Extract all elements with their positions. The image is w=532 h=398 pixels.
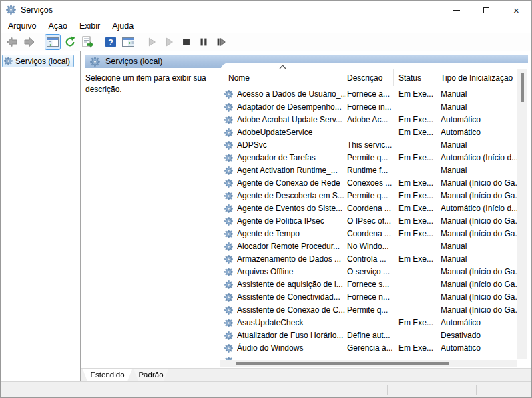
service-description: Fornece s... (347, 278, 397, 291)
table-row[interactable]: Alocador Remote Procedur...No Windo...Ma… (220, 240, 517, 253)
table-row[interactable]: Agendador de TarefasPermite q...Em Exe..… (220, 152, 517, 164)
table-row[interactable]: Agente de Política IPsecO IPsec of...Em … (220, 215, 517, 228)
table-row[interactable]: Assistente de Conectividad...Fornece n..… (220, 291, 517, 304)
table-row[interactable]: AdobeUpdateServiceEm Exe...Automático (220, 126, 517, 139)
menu-item[interactable]: Arquivo (2, 19, 42, 33)
resume-service-icon (163, 36, 175, 48)
service-gear-icon (224, 103, 233, 112)
service-status: Em Exe... (398, 253, 439, 266)
start-service-button[interactable] (144, 34, 160, 50)
table-row[interactable]: Áudio do WindowsGerencia á...Em Exe...Au… (220, 342, 517, 355)
table-row[interactable]: Adobe Acrobat Update Serv...Adobe Ac...E… (220, 114, 517, 126)
service-description: Fornece in... (347, 101, 397, 114)
service-status: Em Exe... (398, 177, 439, 190)
service-status: Em Exe... (398, 342, 439, 355)
start-service-icon (146, 36, 158, 48)
service-status: Em Exe... (398, 152, 439, 164)
service-name: Atualizador de Fuso Horário... (237, 329, 346, 342)
horizontal-scrollbar[interactable] (220, 360, 517, 367)
service-status: Em Exe... (398, 317, 439, 329)
column-header-status[interactable]: Status (398, 73, 436, 83)
column-divider[interactable] (344, 69, 344, 86)
service-description: Fornece n... (347, 291, 397, 304)
service-name: AdobeUpdateService (237, 126, 346, 139)
service-gear-icon (224, 230, 233, 238)
service-name: Agente de Política IPsec (237, 215, 346, 228)
menu-item[interactable]: Ajuda (106, 19, 140, 33)
table-row[interactable]: Assistente de aquisição de i...Fornece s… (220, 278, 517, 291)
table-row[interactable]: Acesso a Dados de Usuário_...Fornece a..… (220, 88, 517, 101)
service-description: O serviço ... (347, 266, 397, 278)
sidebar-item-servicos-local[interactable]: Serviços (local) (2, 55, 74, 67)
table-row[interactable]: Agent Activation Runtime_...Runtime f...… (220, 164, 517, 177)
export-list-button[interactable] (79, 34, 95, 50)
menu-item[interactable]: Ação (42, 19, 73, 33)
column-divider[interactable] (393, 69, 394, 86)
table-row[interactable]: ADPSvcThis servic...Manual (220, 139, 517, 152)
service-description: Fornece a... (347, 88, 397, 101)
forward-button[interactable] (21, 34, 37, 50)
column-header-nome[interactable]: Nome (228, 73, 342, 83)
service-description: Coordena ... (347, 202, 397, 215)
table-row-partial[interactable] (220, 355, 517, 360)
refresh-button[interactable] (62, 34, 78, 50)
services-window: Serviços × ArquivoAçãoExibirAjuda (0, 0, 532, 398)
table-row[interactable]: Adaptador de Desempenho...Fornece in...M… (220, 101, 517, 114)
tab-padrao[interactable]: Padrão (134, 369, 168, 381)
service-gear-icon (224, 179, 233, 188)
table-row[interactable]: Agente de Eventos do Siste...Coordena ..… (220, 202, 517, 215)
service-startup-type: Manual (441, 240, 517, 253)
pause-service-button[interactable] (196, 34, 212, 50)
vertical-scrollbar[interactable] (517, 69, 527, 359)
resume-service-button[interactable] (161, 34, 177, 50)
menubar: ArquivoAçãoExibirAjuda (1, 19, 531, 33)
titlebar: Serviços × (1, 1, 531, 19)
service-name: Agente de Eventos do Siste... (237, 202, 346, 215)
column-divider[interactable] (435, 69, 435, 86)
toggle-console-tree-button[interactable] (45, 34, 61, 50)
service-startup-type: Manual (441, 88, 517, 101)
pause-service-icon (198, 36, 210, 48)
close-button[interactable]: × (501, 1, 531, 19)
service-gear-icon (224, 154, 233, 162)
service-description: No Windo... (347, 240, 397, 253)
column-header-tipo-de-inicializacao[interactable]: Tipo de Inicialização (441, 73, 517, 83)
service-name: Áudio do Windows (237, 342, 346, 355)
vertical-scrollbar-thumb[interactable] (521, 73, 524, 102)
stop-service-button[interactable] (178, 34, 194, 50)
restart-service-button[interactable] (213, 34, 229, 50)
table-row[interactable]: Atualizador de Fuso Horário...Define aut… (220, 329, 517, 342)
tab-estendido[interactable]: Estendido (83, 369, 132, 381)
service-gear-icon (224, 116, 233, 124)
service-startup-type: Manual (Início do Ga... (441, 266, 517, 278)
service-startup-type: Manual (Início do Ga... (441, 177, 517, 190)
table-row[interactable]: Agente de TempoCoordena ...Em Exe...Manu… (220, 228, 517, 240)
table-row[interactable]: Armazenamento de Dados ...Controla ...Em… (220, 253, 517, 266)
table-row[interactable]: Agente de Conexão de RedeConexões ...Em … (220, 177, 517, 190)
table-row[interactable]: Agente de Descoberta em S...Permite q...… (220, 190, 517, 202)
table-row[interactable]: Arquivos OfflineO serviço ...Manual (Iní… (220, 266, 517, 278)
service-status: Em Exe... (398, 190, 439, 202)
help-button[interactable]: ? (103, 34, 119, 50)
service-gear-icon (224, 331, 233, 340)
back-button[interactable] (4, 34, 20, 50)
toggle-action-pane-button[interactable] (120, 34, 136, 50)
maximize-button[interactable] (471, 1, 501, 19)
help-icon: ? (104, 35, 117, 49)
service-description: O IPsec of... (347, 215, 397, 228)
service-startup-type: Manual (Início do Ga... (441, 190, 517, 202)
services-gear-icon (4, 57, 13, 65)
menu-item[interactable]: Exibir (73, 19, 106, 33)
table-row[interactable]: Assistente de Conexão de C...Permite q..… (220, 304, 517, 317)
service-startup-type: Manual (441, 139, 517, 152)
horizontal-scrollbar-thumb[interactable] (236, 362, 449, 365)
minimize-button[interactable] (441, 1, 471, 19)
minimize-icon (453, 10, 460, 11)
column-header-descricao[interactable]: Descrição (347, 73, 394, 83)
service-name: Armazenamento de Dados ... (237, 253, 346, 266)
service-startup-type: Desativado (441, 329, 517, 342)
service-startup-type: Automático (441, 342, 517, 355)
table-row[interactable]: AsusUpdateCheckEm Exe...Automático (220, 317, 517, 329)
service-gear-icon (224, 192, 233, 200)
service-status: Em Exe... (398, 215, 439, 228)
